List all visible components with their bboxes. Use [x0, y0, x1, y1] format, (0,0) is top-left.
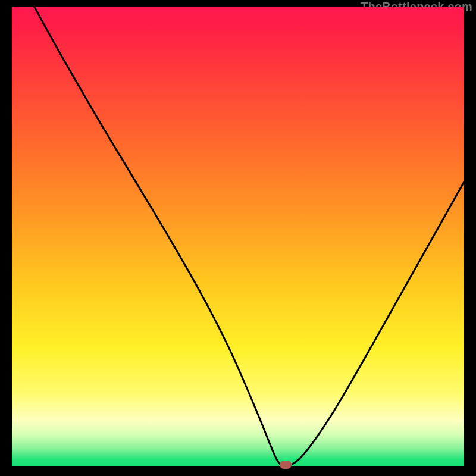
- bottleneck-curve-path: [35, 7, 464, 466]
- optimal-marker-icon: [280, 461, 292, 469]
- bottleneck-chart: [12, 7, 464, 466]
- bottleneck-curve-svg: [12, 7, 464, 466]
